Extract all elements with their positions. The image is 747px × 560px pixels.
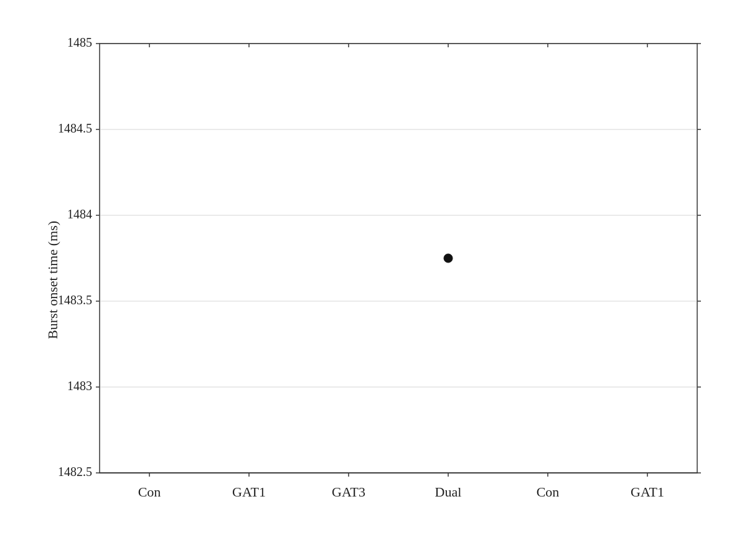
x-label-gat1-2: GAT1 [631, 484, 664, 500]
y-tick-14845: 1484.5 [58, 121, 92, 135]
y-tick-1485: 1485 [67, 35, 92, 49]
x-label-dual: Dual [435, 484, 462, 500]
y-tick-14835: 1483.5 [58, 293, 92, 307]
x-label-con1: Con [138, 484, 161, 500]
chart-container: Burst onset time (ms) 1485 1484.5 [0, 0, 747, 560]
y-tick-1484: 1484 [67, 207, 92, 221]
x-label-gat1-1: GAT1 [232, 484, 266, 500]
x-label-gat3: GAT3 [332, 484, 365, 500]
data-point-dual [444, 254, 453, 263]
x-label-con2: Con [537, 484, 560, 500]
y-tick-14825: 1482.5 [58, 465, 92, 478]
y-tick-1483: 1483 [67, 379, 92, 393]
chart-svg: 1485 1484.5 1484 1483.5 1483 [31, 25, 716, 535]
svg-rect-0 [100, 44, 697, 473]
chart-wrapper: Burst onset time (ms) 1485 1484.5 [31, 25, 716, 535]
